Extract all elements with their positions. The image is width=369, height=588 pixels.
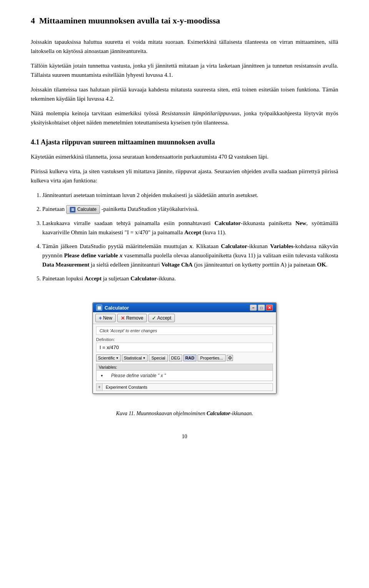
plus-icon: + [99,315,102,321]
list-item-4: Tämän jälkeen DataStudio pyytää määritte… [42,242,338,269]
section-41-p2: Piirissä kulkeva virta, ja siten vastuks… [31,167,338,185]
page-number: 10 [31,434,338,440]
experiment-constants-section: + Experiment Constants [96,383,273,391]
minimize-button[interactable]: – [250,305,257,311]
close-button[interactable]: ✕ [266,305,273,311]
variables-label: Variables: [96,364,273,371]
gear-icon[interactable]: ⚙ [227,355,233,361]
instruction-list: Jänniteanturi asetetaan toimintaan luvun… [42,190,338,283]
calculator-window: ▦ Calculator – □ ✕ + New ✕ Remove ✓ Acce… [92,302,277,394]
rad-button[interactable]: RAD [183,354,196,361]
list-item-5: Painetaan lopuksi Accept ja suljetaan Ca… [42,274,338,283]
please-define-text: Please define variable " x " [108,371,169,380]
calculator-title-icon: ▦ [96,305,102,311]
experiment-toggle[interactable]: + [96,384,103,391]
figure-caption: Kuva 11. Muunnoskaavan ohjelmoiminen Cal… [31,409,338,418]
paragraph-4: Näitä molempia keinoja tarvitaan esimerk… [31,109,338,127]
function-buttons-row: Scientific Statistical Special DEG RAD P… [96,354,273,361]
calculator-body: Click 'Accept' to enter changes Definiti… [93,324,276,393]
experiment-constants-label: Experiment Constants [103,384,150,390]
definition-value: I = x/470 [96,343,273,352]
definition-label: Definition: [96,337,273,342]
calculator-hint: Click 'Accept' to enter changes [96,326,273,335]
calculator-title-text: Calculator [105,305,129,311]
deg-button[interactable]: DEG [169,354,182,361]
calculate-button-inline: ▦ New Calculate [66,205,100,214]
paragraph-2: Tällöin käytetään jotain tunnettua vastu… [31,61,338,80]
list-item-2: Painetaan ▦ New Calculate -painiketta Da… [42,204,338,214]
cross-icon: ✕ [121,315,125,321]
properties-button[interactable]: Properties... [198,354,226,361]
scientific-dropdown[interactable]: Scientific [96,354,121,361]
paragraph-3: Joissakin tilanteissa taas halutaan piir… [31,85,338,103]
remove-button[interactable]: ✕ Remove [117,314,147,322]
calculator-title-left: ▦ Calculator [96,305,129,311]
calculator-titlebar: ▦ Calculator – □ ✕ [93,303,276,312]
maximize-button[interactable]: □ [258,305,265,311]
calculator-controls: – □ ✕ [250,305,273,311]
special-button[interactable]: Special [149,354,168,361]
accept-label: Accept [157,315,171,321]
remove-label: Remove [126,315,143,321]
section-41-title: 4.1 Ajasta riippuvan suureen mittaaminen… [31,138,338,147]
new-label: New [103,315,112,321]
section-41-p1: Käytetään esimerkkinä tilannetta, jossa … [31,152,338,161]
variable-dropdown[interactable] [98,373,106,378]
calc-icon: ▦ [70,207,76,213]
chapter-title: 4 Mittaaminen muunnoksen avulla tai x-y-… [31,15,338,27]
list-item-1: Jänniteanturi asetetaan toimintaan luvun… [42,190,338,200]
variables-section: Variables: Please define variable " x " [96,364,273,381]
accept-button[interactable]: ✓ Accept [148,314,175,322]
check-icon: ✓ [152,315,156,321]
calculator-toolbar: + New ✕ Remove ✓ Accept [93,312,276,324]
new-button[interactable]: + New [95,314,116,322]
statistical-dropdown[interactable]: Statistical [122,354,148,361]
paragraph-1: Joissakin tapauksissa haluttua suuretta … [31,37,338,56]
list-item-3: Laskukaava virralle saadaan tehtyä paina… [42,219,338,237]
